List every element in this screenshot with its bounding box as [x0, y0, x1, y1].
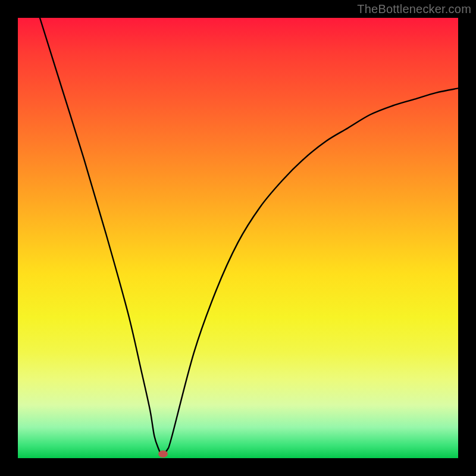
curve-svg	[18, 18, 458, 458]
minimum-marker	[158, 450, 168, 458]
chart-frame: TheBottlenecker.com	[0, 0, 476, 476]
attribution-text: TheBottlenecker.com	[357, 2, 471, 16]
bottleneck-curve	[40, 18, 458, 455]
plot-area	[18, 18, 458, 458]
